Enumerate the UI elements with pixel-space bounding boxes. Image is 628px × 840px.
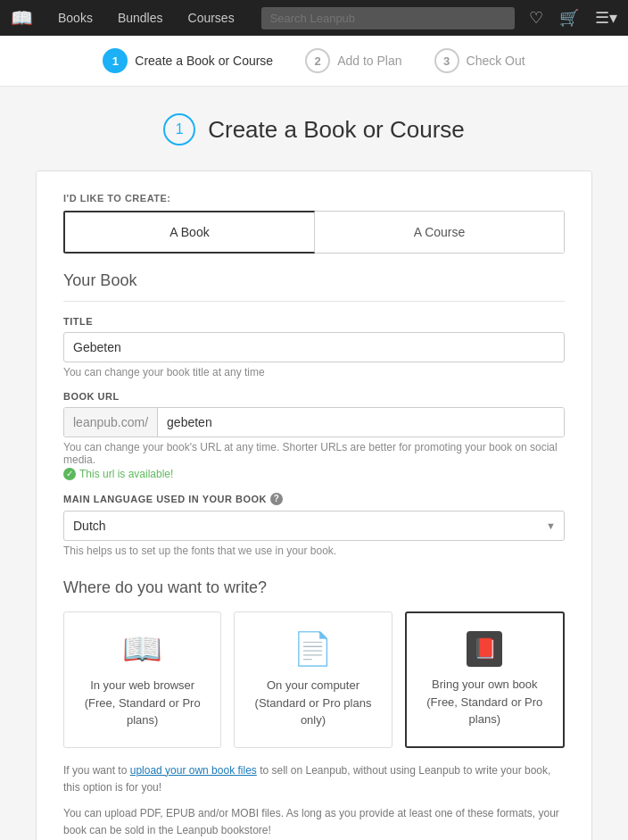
page-header: 1 Create a Book or Course	[36, 113, 592, 146]
step-1-label: Create a Book or Course	[135, 54, 273, 68]
computer-icon: 📄	[293, 630, 333, 668]
write-section: Where do you want to write? 📖 In your we…	[63, 578, 565, 840]
step-3-circle: 3	[434, 48, 459, 73]
url-available-text: This url is available!	[79, 468, 173, 480]
language-help-icon[interactable]: ?	[270, 493, 283, 505]
url-hint: You can change your book's URL at any ti…	[63, 441, 565, 466]
info-paragraph-1: If you want to upload your own book file…	[63, 762, 565, 796]
type-tabs: A Book A Course	[63, 211, 565, 254]
type-book-tab[interactable]: A Book	[63, 211, 315, 254]
url-input-row: leanpub.com/	[63, 407, 565, 437]
language-field-group: MAIN LANGUAGE USED IN YOUR BOOK ? Dutch …	[63, 493, 565, 557]
steps-bar: 1 Create a Book or Course 2 Add to Plan …	[0, 36, 628, 87]
your-book-section: Your Book TITLE You can change your book…	[63, 271, 565, 557]
create-type-label: I'D LIKE TO CREATE:	[63, 193, 565, 204]
title-input[interactable]	[63, 332, 565, 362]
browser-option-label: In your web browser(Free, Standard or Pr…	[78, 677, 206, 729]
browser-icon: 📖	[122, 630, 162, 668]
language-select[interactable]: Dutch English French German Spanish	[63, 511, 565, 541]
nav-bundles-link[interactable]: Bundles	[105, 0, 176, 36]
write-own-option[interactable]: 📕 Bring your own book(Free, Standard or …	[405, 611, 565, 748]
computer-option-label: On your computer(Standard or Pro plans o…	[249, 677, 376, 729]
menu-icon[interactable]: ☰▾	[595, 8, 617, 28]
url-input[interactable]	[158, 408, 564, 437]
check-circle-icon: ✓	[63, 468, 76, 480]
nav-logo: 📖	[11, 7, 33, 29]
page-header-circle: 1	[163, 113, 195, 146]
step-2[interactable]: 2 Add to Plan	[305, 48, 401, 73]
url-available: ✓ This url is available!	[63, 468, 565, 480]
create-type-section: I'D LIKE TO CREATE: A Book A Course	[63, 193, 565, 254]
step-3-label: Check Out	[467, 54, 525, 68]
info-section: If you want to upload your own book file…	[63, 762, 565, 841]
your-book-title: Your Book	[63, 271, 565, 302]
search-input[interactable]	[261, 7, 515, 29]
nav-icons: ♡ 🛒 ☰▾	[529, 8, 617, 28]
cart-icon[interactable]: 🛒	[559, 8, 579, 28]
type-course-tab[interactable]: A Course	[315, 211, 565, 254]
write-computer-option[interactable]: 📄 On your computer(Standard or Pro plans…	[234, 611, 392, 748]
write-options: 📖 In your web browser(Free, Standard or …	[63, 611, 565, 748]
step-3[interactable]: 3 Check Out	[434, 48, 525, 73]
own-option-label: Bring your own book(Free, Standard or Pr…	[421, 676, 549, 728]
navbar: 📖 Books Bundles Courses ♡ 🛒 ☰▾	[0, 0, 628, 36]
write-section-title: Where do you want to write?	[63, 578, 565, 597]
write-browser-option[interactable]: 📖 In your web browser(Free, Standard or …	[63, 611, 221, 748]
step-2-label: Add to Plan	[337, 54, 401, 68]
step-2-circle: 2	[305, 48, 330, 73]
own-book-icon: 📕	[467, 631, 502, 667]
nav-courses-link[interactable]: Courses	[176, 0, 247, 36]
url-field-group: BOOK URL leanpub.com/ You can change you…	[63, 391, 565, 480]
wishlist-icon[interactable]: ♡	[529, 8, 543, 28]
url-field-label: BOOK URL	[63, 391, 565, 402]
language-hint: This helps us to set up the fonts that w…	[63, 545, 565, 557]
title-hint: You can change your book title at any ti…	[63, 366, 565, 378]
nav-books-link[interactable]: Books	[45, 0, 105, 36]
title-field-group: TITLE You can change your book title at …	[63, 316, 565, 378]
language-label: MAIN LANGUAGE USED IN YOUR BOOK ?	[63, 493, 565, 505]
search-container	[261, 7, 515, 29]
page-title: Create a Book or Course	[208, 116, 465, 144]
main-content: 1 Create a Book or Course I'D LIKE TO CR…	[0, 87, 628, 840]
step-1[interactable]: 1 Create a Book or Course	[103, 48, 273, 73]
form-card: I'D LIKE TO CREATE: A Book A Course Your…	[36, 170, 592, 840]
info-paragraph-2: You can upload PDF, EPUB and/or MOBI fil…	[63, 805, 565, 839]
title-field-label: TITLE	[63, 316, 565, 327]
url-prefix: leanpub.com/	[64, 408, 158, 437]
upload-link[interactable]: upload your own book files	[130, 764, 257, 777]
step-1-circle: 1	[103, 48, 128, 73]
